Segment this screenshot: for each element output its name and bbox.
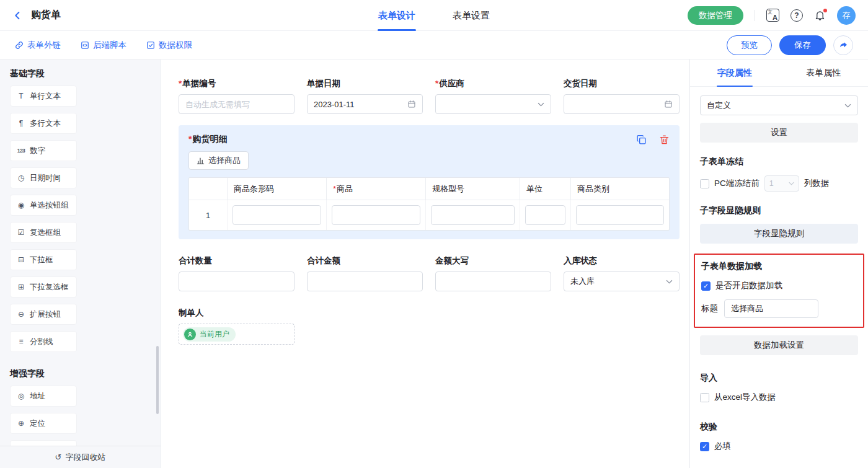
field-order-number[interactable]: 单据编号 (179, 78, 294, 114)
field-creator[interactable]: 制单人 当前用户 (179, 307, 680, 345)
help-icon: ? (790, 9, 803, 22)
subform-purchase-detail[interactable]: 购货明细 选择商品 商品条形码 商品 规格型号 单位 商品类别 (179, 125, 680, 239)
field-item-label: 分割线 (30, 337, 53, 347)
unit-input[interactable] (525, 205, 565, 225)
data-load-checkbox-label: 是否开启数据加载 (715, 280, 782, 291)
field-amount-in-words[interactable]: 金额大写 (435, 255, 551, 291)
form-external-link[interactable]: 表单外链 (15, 40, 61, 51)
inbound-status-select[interactable]: 未入库 (564, 272, 680, 291)
preview-button[interactable]: 预览 (727, 35, 772, 55)
required-checkbox[interactable]: ✓ (700, 442, 709, 451)
row-index: 1 (206, 211, 210, 220)
toolbar-link-label: 数据权限 (159, 40, 192, 51)
sidebar-scrollbar[interactable] (156, 346, 159, 414)
field-item-radio-group[interactable]: ◉单选按钮组 (10, 195, 77, 216)
spec-input[interactable] (431, 205, 515, 225)
subform-table: 商品条形码 商品 规格型号 单位 商品类别 1 (188, 177, 670, 231)
app-header: 购货单 表单设计 表单设置 数据管理 文A ? 存 (0, 0, 868, 31)
recycle-label: 字段回收站 (65, 452, 105, 463)
main-content: 基础字段 T单行文本 ¶多行文本 123数字 ◷日期时间 ◉单选按钮组 ☑复选框… (0, 60, 868, 468)
freeze-checkbox[interactable] (700, 179, 709, 188)
delivery-date-input[interactable] (564, 94, 680, 114)
tab-form-settings[interactable]: 表单设置 (453, 0, 490, 31)
field-item-label: 扩展按钮 (30, 309, 61, 320)
setting-button[interactable]: 设置 (700, 123, 858, 143)
share-arrow-icon (839, 40, 848, 50)
subform-header: 购货明细 (188, 134, 670, 145)
delete-button[interactable] (659, 135, 670, 145)
field-item-label: 地址 (30, 391, 45, 402)
property-panel: 字段属性 表单属性 自定义 设置 子表单冻结 PC端冻结前 1 列数据 子字段显… (689, 60, 868, 468)
amount-in-words-input[interactable] (435, 272, 551, 291)
field-item-checkbox-group[interactable]: ☑复选框组 (10, 222, 77, 243)
field-item-divider[interactable]: ≡分割线 (10, 331, 77, 352)
style-select[interactable]: 自定义 (700, 95, 858, 115)
single-line-text-icon: T (16, 92, 26, 100)
order-number-input[interactable] (179, 94, 294, 114)
supplier-select[interactable] (435, 94, 551, 114)
field-item-extend-button[interactable]: ⊖扩展按钮 (10, 304, 77, 325)
field-item-multi-line-text[interactable]: ¶多行文本 (10, 113, 77, 134)
field-row-2: 合计数量 合计金额 金额大写 入库状态 未入库 (179, 255, 680, 291)
freeze-count-select[interactable]: 1 (764, 175, 799, 192)
form-design-canvas[interactable]: 单据编号 单据日期 2023-01-11 供应商 交 (161, 60, 689, 468)
product-input[interactable] (332, 205, 420, 225)
table-row: 1 (189, 200, 669, 230)
creator-field[interactable]: 当前用户 (179, 324, 294, 345)
column-header-category: 商品类别 (571, 178, 669, 200)
page-title: 购货单 (31, 9, 61, 22)
style-select-value: 自定义 (707, 100, 844, 111)
help-button[interactable]: ? (790, 9, 803, 22)
visibility-rule-button[interactable]: 字段显隐规则 (700, 224, 858, 244)
share-button[interactable] (833, 35, 853, 55)
data-load-title-input[interactable] (724, 299, 818, 318)
copy-button[interactable] (636, 135, 647, 145)
save-button[interactable]: 保存 (779, 35, 826, 55)
field-total-quantity[interactable]: 合计数量 (179, 255, 294, 291)
permission-icon (146, 41, 155, 50)
import-section-title: 导入 (700, 373, 858, 384)
field-item-datetime[interactable]: ◷日期时间 (10, 167, 77, 188)
data-load-title-input-inner[interactable] (731, 300, 812, 317)
select-product-button[interactable]: 选择商品 (188, 151, 249, 170)
user-avatar[interactable]: 存 (837, 6, 856, 25)
field-inbound-status[interactable]: 入库状态 未入库 (564, 255, 680, 291)
field-item-location[interactable]: ⊕定位 (10, 413, 77, 434)
data-manage-button[interactable]: 数据管理 (688, 6, 743, 25)
field-item-label: 定位 (30, 418, 45, 429)
order-date-input[interactable]: 2023-01-11 (307, 94, 423, 114)
tab-form-design[interactable]: 表单设计 (378, 0, 415, 31)
field-row-1: 单据编号 单据日期 2023-01-11 供应商 交 (179, 78, 680, 114)
back-button[interactable] (12, 10, 24, 21)
field-item-single-line-text[interactable]: T单行文本 (10, 86, 77, 107)
data-load-checkbox[interactable]: ✓ (701, 281, 711, 291)
field-item-dropdown-multi[interactable]: ⊞下拉复选框 (10, 276, 77, 298)
data-permission-link[interactable]: 数据权限 (146, 40, 192, 51)
field-item-number[interactable]: 123数字 (10, 140, 77, 161)
calendar-icon (407, 100, 416, 108)
category-input[interactable] (576, 205, 664, 225)
field-order-date[interactable]: 单据日期 2023-01-11 (307, 78, 423, 114)
field-supplier[interactable]: 供应商 (435, 78, 551, 114)
total-amount-input[interactable] (307, 272, 423, 291)
field-library-sidebar: 基础字段 T单行文本 ¶多行文本 123数字 ◷日期时间 ◉单选按钮组 ☑复选框… (0, 60, 161, 468)
field-item-dropdown[interactable]: ⊟下拉框 (10, 249, 77, 270)
field-label: 供应商 (435, 78, 551, 89)
field-total-amount[interactable]: 合计金额 (307, 255, 423, 291)
order-number-input-inner[interactable] (185, 100, 288, 109)
tab-field-properties[interactable]: 字段属性 (690, 60, 779, 86)
notification-badge (823, 9, 827, 12)
barcode-input[interactable] (232, 205, 321, 225)
data-load-title-row: 标题 (701, 299, 857, 318)
field-delivery-date[interactable]: 交货日期 (564, 78, 680, 114)
language-button[interactable]: 文A (766, 9, 779, 22)
tab-form-properties[interactable]: 表单属性 (779, 60, 868, 86)
backend-script-link[interactable]: 后端脚本 (81, 40, 126, 51)
total-quantity-input[interactable] (179, 272, 294, 291)
field-item-address[interactable]: ◎地址 (10, 386, 77, 407)
notification-button[interactable] (814, 9, 826, 21)
data-load-setting-button[interactable]: 数据加载设置 (700, 335, 858, 355)
excel-import-checkbox[interactable] (700, 393, 709, 402)
number-icon: 123 (16, 148, 26, 154)
field-recycle-bin[interactable]: ↺ 字段回收站 (0, 446, 161, 468)
